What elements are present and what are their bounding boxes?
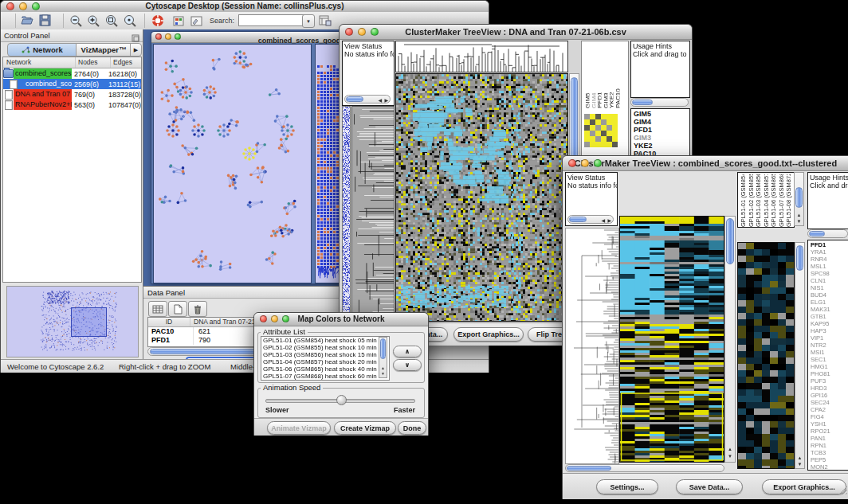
move-up-button[interactable]: ∧ <box>393 346 422 357</box>
tv1-row-label[interactable]: GIM5 <box>634 110 689 118</box>
gene-label[interactable]: CPA2 <box>811 406 848 413</box>
tv2-column-label[interactable]: GPL51-01 (GSM854) <box>740 174 748 227</box>
tv1-column-label[interactable]: PAC10 <box>614 41 620 108</box>
tab-vizmapper[interactable]: VizMapper™ <box>76 43 132 57</box>
tv1-row-dendrogram[interactable] <box>351 106 395 343</box>
treeview2-titlebar[interactable]: ClusterMaker TreeView : combined_scores_… <box>563 156 848 171</box>
tv2-heatmap-hscroll[interactable] <box>565 464 724 472</box>
gene-label[interactable]: VIP1 <box>811 334 848 342</box>
gene-label[interactable]: SEC24 <box>811 399 848 406</box>
col-nodes[interactable]: Nodes <box>76 57 111 68</box>
search-dropdown-button[interactable]: ▼ <box>302 14 315 28</box>
gene-label[interactable]: FIG4 <box>811 413 848 420</box>
scroll-down-arrow[interactable]: ▼ <box>795 219 803 225</box>
tab-network[interactable]: Network <box>7 43 77 57</box>
zoom-selected-icon[interactable] <box>105 14 119 30</box>
zoom-out-icon[interactable] <box>69 14 83 30</box>
tv2-status-hscroll[interactable]: ◀ ▶ <box>567 215 614 224</box>
tv1-column-label[interactable]: GIM3 <box>602 41 608 108</box>
dialog-titlebar[interactable]: Map Colors to Network <box>254 313 428 326</box>
tv2-zoom-vscroll[interactable]: ▲ ▼ <box>795 242 805 469</box>
scroll-down-arrow[interactable]: ▼ <box>795 462 804 467</box>
animate-vizmap-button[interactable]: Animate Vizmap <box>267 421 331 435</box>
search-input[interactable] <box>238 14 305 26</box>
tv1-row-label[interactable]: PFD1 <box>634 126 689 134</box>
close-button[interactable] <box>345 28 353 36</box>
col-network[interactable]: Network <box>3 57 76 68</box>
minimize-button[interactable] <box>165 33 171 40</box>
attribute-item[interactable]: GPL51-07 (GSM868) heat shock 60 min <box>261 373 389 380</box>
gene-label[interactable]: HRD3 <box>811 385 848 392</box>
network-graph-canvas[interactable] <box>154 45 309 281</box>
gene-label[interactable]: MAK31 <box>811 306 848 313</box>
col-id[interactable]: ID <box>148 318 190 326</box>
birdseye-panel[interactable] <box>6 286 139 357</box>
open-file-button[interactable] <box>21 14 35 29</box>
zoom-fit-icon[interactable] <box>124 14 137 30</box>
move-down-button[interactable]: ∨ <box>393 359 422 371</box>
vizmapper-icon[interactable] <box>173 15 184 29</box>
tv2-column-label[interactable]: GPL51-04 (GSM857) <box>763 174 771 227</box>
scroll-thumb[interactable] <box>795 187 803 208</box>
zoom-button[interactable] <box>594 159 602 167</box>
scroll-up-arrow[interactable]: ▲ <box>725 447 735 452</box>
minimize-button[interactable] <box>358 28 366 36</box>
gene-label[interactable]: SPC98 <box>811 270 848 277</box>
gene-label[interactable]: RNR4 <box>811 256 848 263</box>
tv2-column-label[interactable]: GPL51-08 (GSM872) <box>785 174 793 227</box>
gene-label[interactable]: KAP95 <box>811 320 848 327</box>
gene-label[interactable]: PUF3 <box>811 377 848 385</box>
minimize-button[interactable] <box>581 159 589 167</box>
gene-label[interactable]: RPN1 <box>811 442 848 449</box>
done-button[interactable]: Done <box>398 421 426 435</box>
tv2-settings-button[interactable]: Settings... <box>596 479 658 494</box>
minimize-button[interactable] <box>271 315 278 322</box>
gene-label[interactable]: NTR2 <box>811 342 848 349</box>
close-button[interactable] <box>6 2 14 10</box>
scroll-thumb[interactable] <box>346 96 363 102</box>
gene-label[interactable]: MSI1 <box>811 349 848 356</box>
tv1-heatmap-canvas[interactable] <box>395 73 568 322</box>
gene-label[interactable]: PFD1 <box>811 241 848 248</box>
scroll-up-arrow[interactable]: ▲ <box>379 365 387 371</box>
gene-label[interactable]: CLN1 <box>811 277 848 284</box>
zoom-button[interactable] <box>371 28 379 36</box>
tv1-column-label[interactable]: PFD1 <box>595 41 602 108</box>
scroll-left-arrow[interactable]: ◀ <box>378 97 382 103</box>
tv1-row-label[interactable]: GIM4 <box>634 118 689 126</box>
tv2-zoom-heatmap-canvas[interactable] <box>737 242 795 469</box>
zoom-button[interactable] <box>282 315 289 322</box>
tv1-column-label[interactable]: GIM4 <box>590 41 596 108</box>
gene-label[interactable]: MSL1 <box>811 263 848 270</box>
treeview1-titlebar[interactable]: ClusterMaker TreeView : DNA and Tran 07-… <box>340 25 692 40</box>
tv2-heatmap-canvas[interactable] <box>619 216 724 463</box>
new-attribute-button[interactable] <box>168 301 187 317</box>
gene-label[interactable]: ELG1 <box>811 299 848 306</box>
tv2-row-dendrogram[interactable] <box>565 228 619 464</box>
scroll-up-arrow[interactable]: ▲ <box>795 455 804 461</box>
scroll-down-arrow[interactable]: ▼ <box>379 371 387 377</box>
network-row[interactable]: combined_sco2569(6)13112(15) <box>3 79 141 89</box>
table-mode-button[interactable] <box>148 301 167 317</box>
zoom-button[interactable] <box>32 2 40 10</box>
gene-label[interactable]: GPI16 <box>811 392 848 399</box>
tv2-hints-hscroll[interactable] <box>807 229 848 238</box>
tv1-column-label[interactable]: YKE2 <box>607 41 614 108</box>
network-row[interactable]: DNA and Tran 07769(0)183728(0) <box>3 89 141 100</box>
attribute-item[interactable]: GPL51-04 (GSM857) heat shock 20 min <box>261 358 389 365</box>
network-canvas-pane[interactable] <box>153 44 312 283</box>
scroll-thumb[interactable] <box>809 231 825 236</box>
tv1-column-dendrogram[interactable] <box>395 41 568 72</box>
gene-label[interactable]: RPO21 <box>811 428 848 435</box>
gene-label[interactable]: MON2 <box>811 463 848 471</box>
tv1-hints-hscroll[interactable] <box>630 98 689 107</box>
tv1-row-label[interactable]: YKE2 <box>634 142 689 150</box>
annotation-icon[interactable] <box>190 15 202 29</box>
tv1-column-label[interactable]: GIM5 <box>583 41 590 108</box>
tv2-column-label[interactable]: GPL51-03 (GSM856) <box>755 174 763 227</box>
animation-speed-slider[interactable] <box>265 395 415 404</box>
attribute-item[interactable]: GPL51-03 (GSM856) heat shock 15 min <box>261 351 389 358</box>
attribute-item[interactable]: GPL51-02 (GSM855) heat shock 10 min <box>261 344 389 351</box>
close-button[interactable] <box>155 33 162 40</box>
close-button[interactable] <box>568 159 576 167</box>
